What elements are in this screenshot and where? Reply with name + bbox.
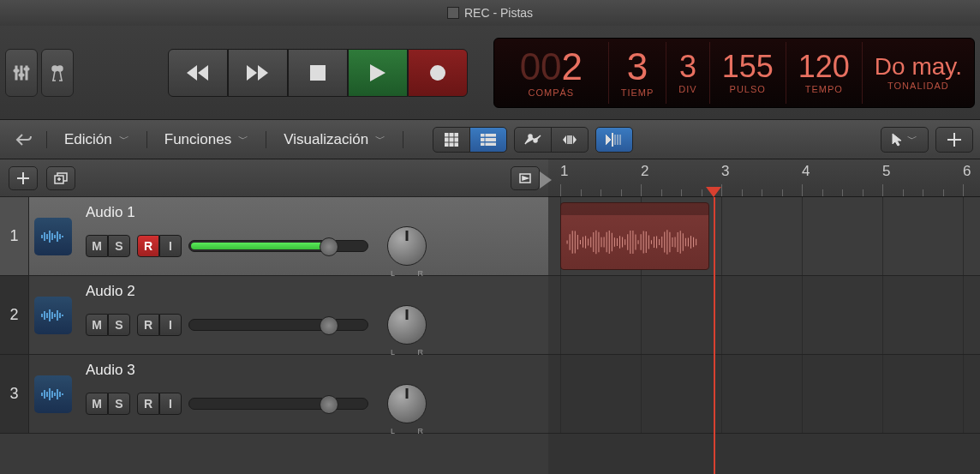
svg-marker-9 [198,65,208,81]
region-waveform [561,215,708,269]
pan-right-label: R [418,269,424,278]
ruler-bar-number: 1 [560,159,568,196]
track-header[interactable]: 2 Audio 2 M S R I LR [0,276,548,355]
input-monitor-button[interactable]: I [159,235,182,257]
volume-slider[interactable] [188,240,368,252]
functions-menu[interactable]: Funciones﹀ [152,127,260,153]
forward-button[interactable] [228,49,288,97]
track-number: 1 [0,197,29,275]
lcd-tempo-label: TEMPO [805,84,843,94]
input-monitor-button[interactable]: I [159,314,182,336]
timeline-row[interactable] [548,355,980,434]
automation-button[interactable] [514,127,552,153]
region-header[interactable] [561,203,708,215]
volume-thumb[interactable] [320,316,338,335]
svg-marker-13 [370,64,385,81]
grid-view-button[interactable] [433,127,470,153]
timeline-row[interactable] [548,197,980,276]
lcd-div-value[interactable]: 3 [679,51,696,82]
svg-rect-18 [445,138,448,141]
solo-button[interactable]: S [108,393,130,415]
ruler-bar-number: 2 [641,159,648,196]
lcd-div-label: DIV [678,84,696,94]
hierarchy-back-button[interactable] [7,127,41,153]
add-track-button[interactable] [9,166,38,190]
pointer-tool-button[interactable]: ﹀ [881,127,929,153]
track-icon[interactable] [29,355,77,433]
track-name[interactable]: Audio 3 [86,362,540,379]
mixer-button[interactable] [5,49,38,97]
lcd-pulse-value[interactable]: 155 [722,51,774,82]
view-menu[interactable]: Visualización﹀ [272,127,397,153]
track-icon[interactable] [29,197,77,275]
track-panel-header [0,159,548,197]
svg-rect-17 [455,133,458,136]
lcd-beat-label: TIEMP [621,87,654,98]
track-icon[interactable] [29,276,77,354]
svg-marker-11 [258,65,268,81]
track-name[interactable]: Audio 1 [86,204,540,221]
ruler-play-icon [540,171,552,189]
audio-region[interactable] [560,202,709,270]
record-enable-button[interactable]: R [137,393,159,415]
svg-point-7 [57,66,63,71]
ruler-bar-number: 4 [802,159,810,196]
stop-button[interactable] [288,49,348,97]
ruler-bar-number: 3 [721,159,729,196]
svg-point-14 [430,65,445,81]
svg-rect-23 [455,143,458,147]
flex-button[interactable] [551,127,589,153]
bar-ruler[interactable]: 123456 [548,159,980,197]
volume-slider[interactable] [188,319,368,331]
solo-button[interactable]: S [108,235,130,257]
record-enable-button[interactable]: R [137,235,159,257]
track-header[interactable]: 3 Audio 3 M S R I LR [0,355,548,434]
pan-knob[interactable]: LR [387,305,427,345]
lcd-bar-value[interactable]: 002 [520,48,583,86]
global-tracks-button[interactable] [511,166,540,190]
timeline-row[interactable] [548,276,980,355]
volume-thumb[interactable] [320,395,338,414]
solo-button[interactable]: S [108,314,130,336]
playhead-marker[interactable] [706,187,721,197]
lcd-tempo-value[interactable]: 120 [798,51,850,82]
duplicate-track-button[interactable] [46,166,75,190]
record-enable-button[interactable]: R [137,314,159,336]
editors-button[interactable] [41,49,74,97]
svg-rect-19 [450,138,453,141]
window-title: REC - Pistas [464,6,533,20]
svg-rect-12 [310,65,326,81]
zoom-tool-button[interactable] [935,127,973,153]
svg-rect-21 [445,143,448,147]
lcd-display: 002 COMPÁS 3 TIEMP 3 DIV 155 PULSO 120 T… [493,38,975,108]
svg-rect-20 [455,138,458,141]
list-view-button[interactable] [469,127,507,153]
record-button[interactable] [408,49,468,97]
edit-menu[interactable]: Edición﹀ [52,127,141,153]
catch-playhead-button[interactable] [595,127,633,153]
timeline-area[interactable]: 123456 [548,159,980,474]
svg-rect-1 [21,66,22,80]
volume-thumb[interactable] [320,237,338,256]
mute-button[interactable]: M [86,314,108,336]
chevron-down-icon: ﹀ [907,132,917,147]
chevron-down-icon: ﹀ [375,132,385,147]
input-monitor-button[interactable]: I [159,393,182,415]
playhead-line[interactable] [714,197,715,474]
pan-knob[interactable]: LR [387,384,427,423]
mute-button[interactable]: M [86,235,108,257]
mute-button[interactable]: M [86,393,108,415]
rewind-button[interactable] [168,49,228,97]
transport-controls [168,49,468,97]
lcd-key-value[interactable]: Do may. [875,55,962,79]
pan-left-label: L [391,348,395,357]
track-name[interactable]: Audio 2 [86,283,540,300]
volume-slider[interactable] [188,398,368,410]
play-button[interactable] [348,49,408,97]
audio-wave-icon [40,387,66,402]
svg-rect-29 [486,143,496,146]
pan-knob[interactable]: LR [387,226,427,266]
svg-point-31 [534,139,537,142]
lcd-beat-value[interactable]: 3 [627,48,648,86]
track-header[interactable]: 1 Audio 1 M S R I LR [0,197,548,276]
